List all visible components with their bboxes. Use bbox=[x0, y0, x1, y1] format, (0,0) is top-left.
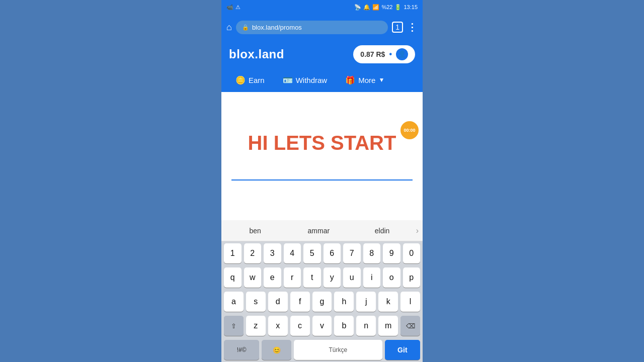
backspace-key[interactable]: ⌫ bbox=[400, 316, 420, 336]
key-y[interactable]: y bbox=[324, 267, 341, 288]
suggestion-ammar[interactable]: ammar bbox=[287, 225, 350, 237]
key-q[interactable]: q bbox=[224, 267, 242, 288]
status-bar-left: 📹 ⚠ bbox=[226, 4, 240, 11]
key-p[interactable]: p bbox=[403, 267, 421, 288]
alert-icon: ⚠ bbox=[235, 4, 240, 11]
emoji-key[interactable]: 😊 bbox=[262, 340, 291, 360]
keyboard: ben ammar eldin › 1 2 3 4 5 6 7 8 9 0 q bbox=[221, 220, 423, 362]
key-u[interactable]: u bbox=[343, 267, 361, 288]
balance-button[interactable]: 0.87 R$ • 👤 bbox=[353, 45, 415, 63]
bottom-row: !#© 😊 Türkçe Git bbox=[221, 338, 423, 362]
key-d[interactable]: d bbox=[268, 292, 288, 312]
key-n[interactable]: n bbox=[356, 316, 376, 336]
lock-icon: 🔒 bbox=[242, 24, 249, 31]
key-4[interactable]: 4 bbox=[284, 243, 301, 263]
key-h[interactable]: h bbox=[334, 292, 354, 312]
key-g[interactable]: g bbox=[312, 292, 332, 312]
key-r[interactable]: r bbox=[284, 267, 301, 288]
chevron-down-icon: ▼ bbox=[378, 76, 384, 83]
key-a[interactable]: a bbox=[224, 292, 244, 312]
key-k[interactable]: k bbox=[378, 292, 398, 312]
timer-badge: 00:00 bbox=[400, 121, 419, 139]
gift-icon: 🎁 bbox=[345, 75, 355, 85]
suggestions-bar: ben ammar eldin › bbox=[221, 220, 423, 241]
zxcv-row: ⇧ z x c v b n m ⌫ bbox=[221, 314, 423, 338]
address-bar[interactable]: 🔒 blox.land/promos bbox=[236, 21, 388, 34]
earn-icon: 🪙 bbox=[235, 75, 246, 85]
key-3[interactable]: 3 bbox=[264, 243, 281, 263]
notification-icon: 🔔 bbox=[363, 4, 370, 11]
key-0[interactable]: 0 bbox=[403, 243, 421, 263]
symbols-key[interactable]: !#© bbox=[224, 340, 259, 360]
key-8[interactable]: 8 bbox=[363, 243, 381, 263]
more-label: More bbox=[358, 76, 375, 84]
suggestion-ben[interactable]: ben bbox=[223, 225, 287, 237]
key-z[interactable]: z bbox=[246, 316, 266, 336]
key-1[interactable]: 1 bbox=[224, 243, 242, 263]
key-w[interactable]: w bbox=[244, 267, 262, 288]
user-avatar: 👤 bbox=[396, 48, 408, 60]
key-5[interactable]: 5 bbox=[303, 243, 321, 263]
browser-menu-button[interactable]: ⋮ bbox=[407, 21, 418, 33]
wifi-icon: 📶 bbox=[372, 4, 379, 11]
earn-nav-item[interactable]: 🪙 Earn bbox=[226, 70, 274, 90]
key-e[interactable]: e bbox=[264, 267, 281, 288]
main-content: HI LETS START 00:00 bbox=[221, 92, 423, 220]
key-f[interactable]: f bbox=[290, 292, 310, 312]
key-x[interactable]: x bbox=[268, 316, 288, 336]
key-b[interactable]: b bbox=[334, 316, 354, 336]
cast-icon: 📡 bbox=[354, 4, 361, 11]
status-bar-right: 📡 🔔 📶 %22 🔋 13:15 bbox=[354, 4, 418, 11]
user-icon: 👤 bbox=[398, 50, 406, 58]
site-header: blox.land 0.87 R$ • 👤 bbox=[221, 40, 423, 68]
site-logo: blox.land bbox=[229, 47, 284, 61]
balance-amount: 0.87 R$ bbox=[360, 50, 385, 58]
withdraw-label: Withdraw bbox=[296, 76, 328, 84]
page-heading: HI LETS START bbox=[248, 132, 396, 154]
shift-key[interactable]: ⇧ bbox=[224, 316, 244, 336]
balance-dot: • bbox=[389, 50, 392, 59]
key-s[interactable]: s bbox=[246, 292, 266, 312]
key-7[interactable]: 7 bbox=[343, 243, 361, 263]
number-row: 1 2 3 4 5 6 7 8 9 0 bbox=[221, 241, 423, 265]
key-9[interactable]: 9 bbox=[383, 243, 400, 263]
earn-label: Earn bbox=[249, 76, 265, 84]
asdf-row: a s d f g h j k l bbox=[221, 290, 423, 314]
key-i[interactable]: i bbox=[363, 267, 381, 288]
key-c[interactable]: c bbox=[290, 316, 310, 336]
space-key[interactable]: Türkçe bbox=[294, 340, 382, 360]
more-nav-item[interactable]: 🎁 More ▼ bbox=[336, 70, 393, 90]
tab-count-button[interactable]: 1 bbox=[392, 22, 403, 33]
site-nav: 🪙 Earn 🪪 Withdraw 🎁 More ▼ bbox=[221, 68, 423, 92]
browser-bar: ⌂ 🔒 blox.land/promos 1 ⋮ bbox=[221, 14, 423, 40]
key-l[interactable]: l bbox=[400, 292, 420, 312]
suggestion-arrow: › bbox=[414, 226, 421, 235]
qwerty-row: q w e r t y u i o p bbox=[221, 265, 423, 290]
url-text: blox.land/promos bbox=[252, 24, 302, 31]
battery-icon: 🔋 bbox=[394, 4, 401, 11]
home-button[interactable]: ⌂ bbox=[226, 22, 232, 33]
key-m[interactable]: m bbox=[378, 316, 398, 336]
key-j[interactable]: j bbox=[356, 292, 376, 312]
key-v[interactable]: v bbox=[312, 316, 332, 336]
record-icon: 📹 bbox=[226, 4, 233, 11]
key-2[interactable]: 2 bbox=[244, 243, 262, 263]
key-6[interactable]: 6 bbox=[324, 243, 341, 263]
suggestion-eldin[interactable]: eldin bbox=[350, 225, 414, 237]
key-o[interactable]: o bbox=[383, 267, 400, 288]
phone-screen: 📹 ⚠ 📡 🔔 📶 %22 🔋 13:15 ⌂ 🔒 blox.land/prom… bbox=[221, 0, 423, 362]
battery-text: %22 bbox=[381, 4, 392, 10]
withdraw-nav-item[interactable]: 🪪 Withdraw bbox=[274, 70, 337, 90]
time-display: 13:15 bbox=[404, 4, 418, 10]
promo-input[interactable] bbox=[231, 164, 413, 180]
withdraw-icon: 🪪 bbox=[283, 75, 293, 85]
key-t[interactable]: t bbox=[303, 267, 321, 288]
status-bar: 📹 ⚠ 📡 🔔 📶 %22 🔋 13:15 bbox=[221, 0, 423, 14]
action-key[interactable]: Git bbox=[385, 340, 420, 360]
